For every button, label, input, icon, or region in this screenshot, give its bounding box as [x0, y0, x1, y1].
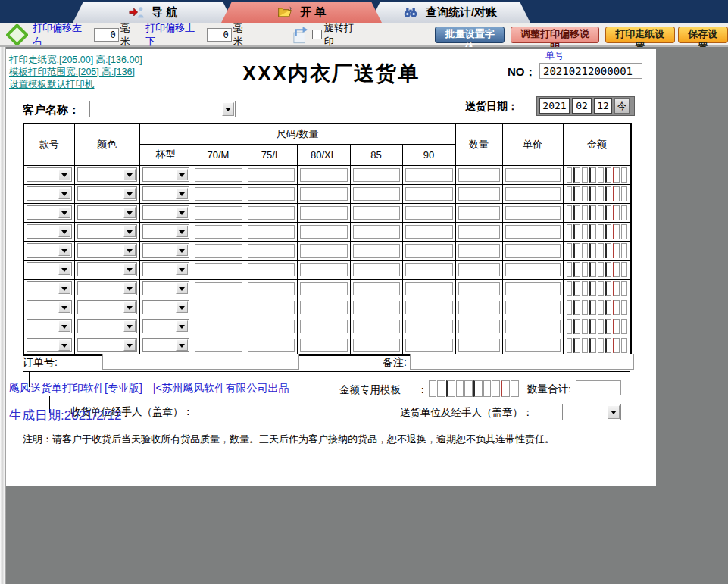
order-no-input[interactable]	[539, 63, 642, 79]
style-no-select[interactable]	[27, 167, 72, 182]
qty-input[interactable]	[458, 168, 500, 182]
size-90-input[interactable]	[405, 168, 453, 182]
offset-lr-input[interactable]	[94, 28, 119, 42]
chevron-down-icon[interactable]	[58, 283, 70, 294]
tab-query-stats[interactable]: 查询统计/对账	[370, 2, 530, 23]
size-75l-input[interactable]	[248, 187, 295, 201]
size-85-input[interactable]	[353, 263, 400, 276]
sender-select[interactable]	[562, 404, 621, 420]
date-year-field[interactable]: 2021	[539, 98, 570, 114]
chevron-down-icon[interactable]	[123, 320, 136, 332]
qty-input[interactable]	[458, 187, 500, 201]
cup-type-select[interactable]	[142, 319, 189, 333]
size-85-input[interactable]	[353, 282, 400, 295]
size-90-input[interactable]	[405, 320, 453, 333]
price-input[interactable]	[505, 263, 561, 276]
chevron-down-icon[interactable]	[123, 264, 136, 275]
price-input[interactable]	[505, 187, 561, 201]
style-no-select[interactable]	[27, 319, 72, 333]
chevron-down-icon[interactable]	[176, 226, 188, 237]
color-select[interactable]	[77, 319, 137, 333]
chevron-down-icon[interactable]	[58, 207, 70, 218]
color-select[interactable]	[77, 186, 137, 201]
size-75l-input[interactable]	[248, 282, 295, 295]
size-70m-input[interactable]	[195, 225, 242, 239]
size-70m-input[interactable]	[195, 244, 242, 258]
color-select[interactable]	[77, 167, 137, 182]
size-90-input[interactable]	[405, 282, 453, 295]
chevron-down-icon[interactable]	[123, 188, 136, 199]
chevron-down-icon[interactable]	[123, 169, 136, 180]
chevron-down-icon[interactable]	[58, 320, 70, 332]
chevron-down-icon[interactable]	[222, 102, 234, 116]
price-input[interactable]	[505, 206, 561, 220]
chevron-down-icon[interactable]	[176, 188, 188, 199]
price-input[interactable]	[505, 301, 561, 314]
chevron-down-icon[interactable]	[123, 245, 136, 256]
batch-font-button[interactable]: 批量设置字体	[435, 27, 505, 43]
chevron-down-icon[interactable]	[123, 339, 136, 351]
left-splitter[interactable]	[0, 47, 6, 584]
qty-input[interactable]	[458, 244, 500, 258]
price-input[interactable]	[505, 244, 561, 258]
cup-type-select[interactable]	[142, 262, 189, 276]
cup-type-select[interactable]	[142, 300, 189, 314]
order-ref-input[interactable]	[102, 354, 299, 370]
size-90-input[interactable]	[405, 339, 453, 352]
chevron-down-icon[interactable]	[123, 301, 136, 313]
customer-select[interactable]	[89, 101, 236, 117]
qty-input[interactable]	[458, 206, 500, 220]
style-no-select[interactable]	[27, 262, 72, 276]
size-75l-input[interactable]	[248, 225, 295, 239]
qty-input[interactable]	[458, 301, 500, 314]
size-90-input[interactable]	[405, 206, 453, 220]
size-75l-input[interactable]	[248, 301, 295, 314]
rotate-print-checkbox[interactable]	[312, 30, 322, 39]
color-select[interactable]	[77, 243, 137, 258]
color-select[interactable]	[77, 205, 137, 220]
cup-type-select[interactable]	[142, 281, 189, 295]
size-75l-input[interactable]	[248, 244, 295, 258]
qty-input[interactable]	[458, 263, 500, 276]
style-no-select[interactable]	[27, 281, 72, 295]
size-90-input[interactable]	[405, 263, 453, 276]
adjust-offset-help-button[interactable]: 调整打印偏移说明	[511, 27, 599, 43]
size-85-input[interactable]	[353, 225, 400, 239]
color-select[interactable]	[77, 338, 137, 352]
size-85-input[interactable]	[353, 187, 400, 201]
qty-input[interactable]	[458, 339, 500, 352]
date-month-field[interactable]: 02	[572, 98, 592, 114]
chevron-down-icon[interactable]	[58, 226, 70, 237]
chevron-down-icon[interactable]	[176, 207, 188, 218]
size-80xl-input[interactable]	[300, 282, 348, 295]
cup-type-select[interactable]	[142, 205, 189, 220]
price-input[interactable]	[505, 339, 561, 352]
size-75l-input[interactable]	[248, 339, 295, 352]
chevron-down-icon[interactable]	[123, 207, 136, 218]
tab-billing[interactable]: 开 单	[221, 2, 382, 23]
size-85-input[interactable]	[353, 168, 400, 182]
cup-type-select[interactable]	[142, 167, 189, 182]
size-80xl-input[interactable]	[300, 206, 348, 220]
style-no-select[interactable]	[27, 186, 72, 201]
chevron-down-icon[interactable]	[58, 301, 70, 313]
cup-type-select[interactable]	[142, 243, 189, 258]
size-85-input[interactable]	[353, 244, 400, 258]
size-80xl-input[interactable]	[300, 301, 348, 314]
cup-type-select[interactable]	[142, 186, 189, 201]
size-80xl-input[interactable]	[300, 339, 348, 352]
size-75l-input[interactable]	[248, 263, 295, 276]
price-input[interactable]	[505, 320, 561, 333]
chevron-down-icon[interactable]	[58, 245, 70, 256]
size-80xl-input[interactable]	[300, 168, 348, 182]
size-80xl-input[interactable]	[300, 225, 348, 239]
style-no-select[interactable]	[27, 205, 72, 220]
qty-input[interactable]	[458, 320, 500, 333]
chevron-down-icon[interactable]	[176, 245, 188, 256]
size-85-input[interactable]	[353, 339, 400, 352]
chevron-down-icon[interactable]	[58, 264, 70, 275]
cup-type-select[interactable]	[142, 338, 189, 352]
style-no-select[interactable]	[27, 300, 72, 314]
qty-input[interactable]	[458, 225, 500, 239]
qty-input[interactable]	[458, 282, 500, 295]
